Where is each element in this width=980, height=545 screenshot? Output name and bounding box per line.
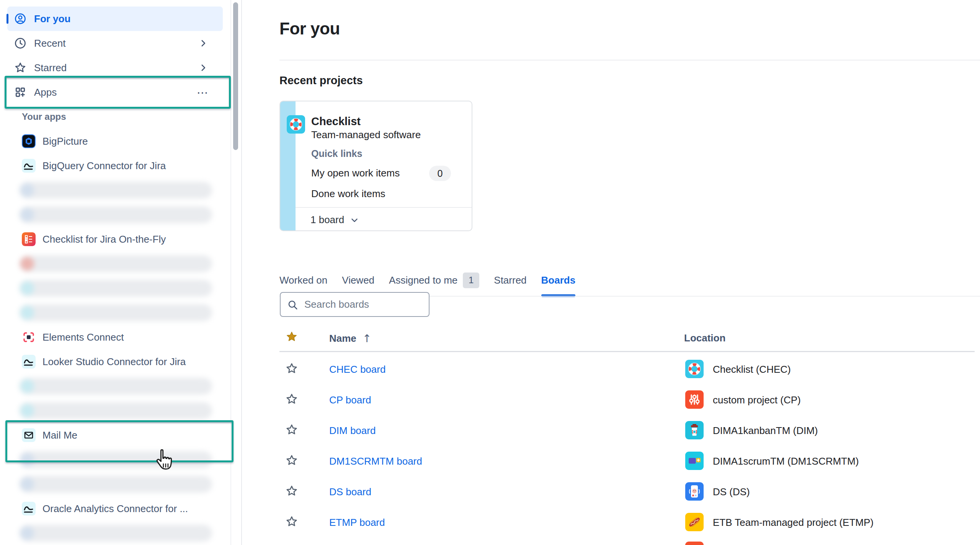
board-count-label: 1 board — [310, 214, 344, 226]
star-icon — [14, 62, 26, 74]
sidebar-app-oracle-analytics-connector[interactable]: Oracle Analytics Connector for ... — [0, 496, 230, 521]
chevron-down-icon — [350, 215, 359, 225]
sidebar-app-bigpicture[interactable]: BigPicture — [0, 129, 230, 153]
sidebar-divider[interactable] — [241, 0, 242, 545]
elements-connect-icon — [22, 330, 36, 344]
tab-boards[interactable]: Boards — [541, 272, 576, 289]
sidebar-item-label: Recent — [34, 38, 65, 49]
project-type: Team-managed software — [311, 129, 421, 141]
board-location: ETB Team-managed project (ETMP) — [713, 517, 874, 529]
board-link[interactable]: CP board — [329, 394, 371, 406]
redacted-app-item — [0, 300, 230, 325]
app-label: Oracle Analytics Connector for ... — [42, 503, 188, 515]
chart-connector-icon — [22, 355, 36, 369]
redacted-app-item — [0, 276, 230, 300]
sidebar-item-for-you[interactable]: For you — [7, 7, 223, 31]
redacted-app-item — [0, 202, 230, 227]
hand-cursor — [153, 447, 175, 474]
board-link[interactable]: CHEC board — [329, 364, 385, 375]
partial-next-row-icon — [685, 542, 704, 545]
app-label: Looker Studio Connector for Jira — [42, 356, 186, 368]
board-link[interactable]: DM1SCRMTM board — [329, 455, 422, 467]
open-items-count-badge: 0 — [429, 166, 451, 181]
assigned-count-badge: 1 — [463, 272, 479, 288]
app-label: Elements Connect — [42, 331, 124, 343]
chart-connector-icon — [22, 502, 36, 516]
redacted-app-item — [0, 521, 230, 545]
recent-projects-heading: Recent projects — [279, 74, 363, 87]
sidebar-app-looker-studio-connector[interactable]: Looker Studio Connector for Jira — [0, 349, 230, 374]
sliders-icon — [685, 390, 704, 409]
app-label: BigQuery Connector for Jira — [42, 160, 166, 172]
chart-connector-icon — [22, 159, 36, 173]
person-circle-icon — [14, 13, 26, 25]
redacted-app-item — [0, 472, 230, 496]
search-boards-box[interactable] — [280, 292, 430, 317]
text-caret-indicator — [7, 14, 8, 24]
name-column-header[interactable]: Name ↑ — [329, 332, 371, 345]
redacted-app-item — [0, 398, 230, 423]
board-location: DIMA1kanbanTM (DIM) — [713, 425, 818, 437]
clock-icon — [14, 37, 26, 49]
starred-column-header-icon — [286, 331, 298, 343]
tab-viewed[interactable]: Viewed — [342, 272, 374, 289]
hot-dog-icon — [685, 513, 704, 531]
location-column-header[interactable]: Location — [684, 332, 725, 344]
annotation-box-mail-me — [5, 420, 234, 462]
tab-worked-on[interactable]: Worked on — [279, 272, 327, 289]
phone-icon — [685, 482, 704, 501]
star-toggle[interactable] — [286, 454, 298, 467]
sidebar-scrollbar[interactable] — [233, 2, 238, 150]
star-toggle[interactable] — [286, 424, 298, 436]
coffee-cup-icon — [685, 421, 704, 439]
search-icon — [287, 299, 298, 310]
sort-ascending-icon[interactable]: ↑ — [363, 332, 371, 345]
tab-starred[interactable]: Starred — [494, 272, 526, 289]
lifebuoy-icon — [685, 360, 704, 378]
redacted-app-item — [0, 251, 230, 276]
checklist-gradient-icon — [22, 232, 36, 246]
chevron-right-icon[interactable] — [198, 63, 208, 73]
page-title: For you — [279, 19, 340, 38]
app-label: BigPicture — [42, 135, 88, 147]
star-toggle[interactable] — [286, 362, 298, 375]
annotation-box-apps — [5, 76, 231, 109]
redacted-app-item — [0, 374, 230, 398]
star-toggle[interactable] — [286, 393, 298, 405]
blocks-icon — [685, 452, 704, 470]
card-footer-divider — [296, 207, 472, 208]
sidebar-item-recent[interactable]: Recent — [7, 31, 223, 55]
chevron-right-icon[interactable] — [198, 38, 208, 48]
table-header-divider — [279, 351, 975, 352]
done-work-items-link[interactable]: Done work items — [311, 188, 385, 200]
board-link[interactable]: DS board — [329, 486, 371, 498]
quick-links-label: Quick links — [311, 148, 362, 159]
bigpicture-icon — [22, 134, 36, 148]
board-location: Checklist (CHEC) — [713, 364, 791, 375]
board-location: DS (DS) — [713, 486, 750, 498]
board-location: custom project (CP) — [713, 394, 801, 406]
sidebar-app-checklist-on-the-fly[interactable]: Checklist for Jira On-the-Fly — [0, 227, 230, 251]
star-toggle[interactable] — [286, 485, 298, 497]
project-card-checklist[interactable]: Checklist Team-managed software Quick li… — [279, 101, 472, 231]
star-toggle[interactable] — [286, 516, 298, 528]
board-count-dropdown[interactable]: 1 board — [310, 214, 359, 226]
sidebar-item-label: For you — [34, 13, 70, 25]
app-label: Checklist for Jira On-the-Fly — [42, 233, 166, 245]
tab-assigned-to-me[interactable]: Assigned to me 1 — [389, 272, 479, 289]
search-boards-input[interactable] — [304, 298, 429, 311]
sidebar-app-elements-connect[interactable]: Elements Connect — [0, 325, 230, 349]
header-divider — [279, 60, 980, 60]
my-open-work-items-link[interactable]: My open work items — [311, 167, 400, 179]
board-link[interactable]: DIM board — [329, 425, 376, 437]
sidebar: For you Recent Starred — [0, 0, 242, 545]
sidebar-item-label: Starred — [34, 62, 67, 74]
project-name[interactable]: Checklist — [311, 115, 361, 128]
lifebuoy-icon — [287, 115, 305, 134]
sidebar-app-bigquery-connector[interactable]: BigQuery Connector for Jira — [0, 153, 230, 178]
board-link[interactable]: ETMP board — [329, 517, 385, 529]
main-content: For you Recent projects Checklist Team-m… — [243, 0, 980, 545]
redacted-app-item — [0, 178, 230, 202]
board-location: DIMA1scrumTM (DM1SCRMTM) — [713, 455, 859, 467]
